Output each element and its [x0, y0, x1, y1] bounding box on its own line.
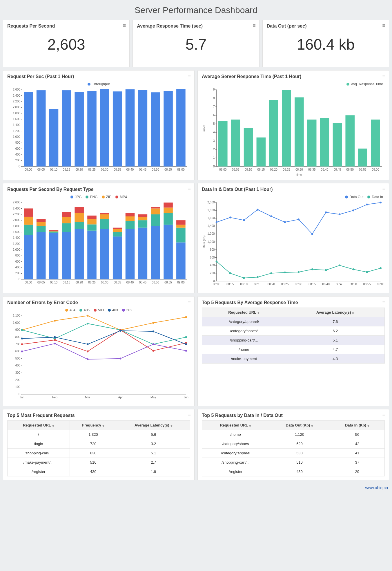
svg-text:Mar: Mar: [85, 396, 90, 399]
svg-rect-166: [113, 229, 122, 232]
svg-text:08:00: 08:00: [213, 283, 220, 286]
bar-chart-avg-rt: 0123456789msectime08:0008:0508:1008:1508…: [202, 88, 385, 176]
svg-text:6: 6: [213, 113, 215, 117]
stacked-bar-chart: 02004006008001,0001,2001,4001,6001,8002,…: [7, 201, 190, 289]
table-cell: /category/apparel/: [202, 317, 286, 326]
column-header[interactable]: Average Latency(s)◆: [286, 308, 384, 317]
svg-text:0: 0: [19, 165, 20, 168]
card-menu-icon[interactable]: ≡: [382, 299, 385, 305]
legend-item[interactable]: 404: [65, 308, 75, 312]
table-cell: /register: [8, 467, 70, 476]
card-menu-icon[interactable]: ≡: [188, 73, 191, 79]
svg-text:2,600: 2,600: [13, 201, 20, 204]
card-avg-rt-hour: ≡ Average Server Response Time (Past 1 H…: [197, 70, 389, 180]
legend-item[interactable]: MP4: [115, 195, 127, 199]
svg-text:800: 800: [210, 248, 215, 251]
svg-text:08:40: 08:40: [126, 168, 134, 171]
svg-rect-164: [113, 236, 122, 279]
card-menu-icon[interactable]: ≡: [188, 299, 191, 305]
svg-text:08:50: 08:50: [152, 281, 159, 284]
table-title: Top 5 Requests By Average Response Time: [202, 300, 385, 305]
svg-text:1,400: 1,400: [13, 123, 20, 127]
svg-rect-84: [269, 100, 278, 166]
column-header[interactable]: Requested URL◆: [202, 308, 286, 317]
column-header[interactable]: Frequency◆: [70, 420, 117, 430]
svg-rect-38: [126, 89, 135, 167]
kpi-value: 5.7: [137, 36, 255, 53]
svg-text:1,200: 1,200: [13, 242, 20, 245]
card-menu-icon[interactable]: ≡: [188, 412, 191, 418]
svg-text:Feb: Feb: [52, 396, 57, 399]
table-row: /make-payment/...5102.7: [8, 458, 190, 467]
card-menu-icon[interactable]: ≡: [382, 186, 385, 191]
svg-rect-159: [87, 216, 97, 219]
svg-text:200: 200: [210, 272, 215, 275]
svg-text:08:45: 08:45: [139, 281, 147, 284]
svg-text:1,000: 1,000: [13, 321, 20, 324]
svg-text:08:40: 08:40: [126, 281, 134, 284]
svg-rect-148: [62, 232, 71, 279]
footer-link[interactable]: www.ubiq.co: [365, 485, 388, 490]
svg-rect-162: [100, 214, 109, 219]
kpi-title: Average Response Time (sec): [137, 24, 255, 29]
svg-text:09:00: 09:00: [177, 168, 185, 171]
table-row: /category/shoes62042: [202, 439, 385, 448]
card-menu-icon[interactable]: ≡: [382, 23, 385, 28]
table-cell: /login: [8, 439, 70, 448]
svg-rect-85: [282, 90, 291, 167]
svg-text:08:50: 08:50: [152, 168, 159, 171]
svg-text:1,800: 1,800: [13, 112, 20, 115]
card-menu-icon[interactable]: ≡: [188, 186, 191, 191]
svg-text:1,800: 1,800: [207, 209, 215, 212]
table-cell: /shopping-cart/...: [202, 458, 269, 467]
column-header[interactable]: Data In (Kb)◆: [330, 420, 384, 430]
column-header[interactable]: Requested URL◆: [202, 420, 269, 430]
legend-item[interactable]: Avg. Response Time: [346, 82, 383, 86]
svg-rect-86: [295, 97, 304, 167]
svg-text:400: 400: [210, 264, 215, 267]
card-menu-icon[interactable]: ≡: [253, 23, 256, 28]
svg-text:08:05: 08:05: [232, 168, 239, 171]
svg-text:2,400: 2,400: [13, 207, 20, 210]
legend-item[interactable]: ZIP: [102, 195, 112, 199]
svg-text:0: 0: [19, 278, 20, 281]
column-header[interactable]: Average Latency(s)◆: [117, 420, 190, 430]
legend-item[interactable]: Data Out: [345, 195, 363, 199]
card-data-io: ≡ Data In & Data Out (Past 1 Hour) Data …: [197, 183, 389, 293]
svg-text:Jan: Jan: [20, 396, 24, 399]
svg-text:08:15: 08:15: [257, 168, 265, 171]
svg-text:2,000: 2,000: [13, 106, 20, 109]
table-cell: 1,320: [70, 430, 117, 439]
legend-item[interactable]: 405: [79, 308, 90, 312]
column-header[interactable]: Requested URL◆: [8, 420, 70, 430]
legend-item[interactable]: 500: [94, 308, 104, 312]
table-row: /home1,12056: [202, 430, 385, 439]
legend-item[interactable]: Throughput: [88, 82, 110, 86]
svg-text:08:05: 08:05: [37, 168, 45, 171]
svg-rect-179: [151, 207, 160, 209]
svg-text:08:40: 08:40: [322, 283, 330, 286]
legend-item[interactable]: 403: [108, 308, 118, 312]
svg-text:08:15: 08:15: [63, 281, 70, 284]
column-header[interactable]: Data Out (Kb)◆: [269, 420, 330, 430]
kpi-title: Data Out (per sec): [267, 24, 385, 29]
svg-rect-147: [49, 230, 59, 231]
svg-rect-167: [113, 228, 122, 229]
svg-text:9: 9: [213, 88, 215, 91]
svg-text:08:20: 08:20: [75, 281, 83, 284]
svg-rect-89: [333, 123, 342, 167]
svg-text:2,600: 2,600: [13, 88, 20, 91]
card-menu-icon[interactable]: ≡: [382, 73, 385, 79]
legend-item[interactable]: Data In: [367, 195, 383, 199]
svg-rect-178: [151, 209, 160, 214]
legend-item[interactable]: PNG: [86, 195, 97, 199]
svg-rect-32: [49, 109, 59, 166]
card-menu-icon[interactable]: ≡: [123, 23, 126, 28]
svg-text:08:55: 08:55: [164, 281, 172, 284]
legend-item[interactable]: 502: [122, 308, 132, 312]
svg-rect-140: [37, 232, 46, 279]
svg-text:800: 800: [15, 254, 20, 257]
svg-text:08:20: 08:20: [270, 168, 277, 171]
legend-item[interactable]: JPG: [70, 195, 81, 199]
card-menu-icon[interactable]: ≡: [382, 412, 385, 418]
